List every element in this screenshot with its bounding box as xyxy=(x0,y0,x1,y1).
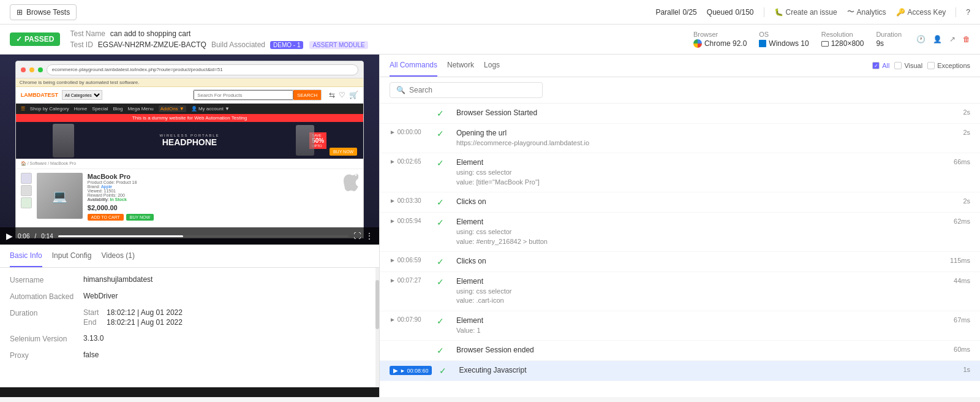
end-label: End xyxy=(83,318,102,327)
filter-visual[interactable]: Visual xyxy=(894,62,922,69)
product-thumbnails xyxy=(21,173,32,221)
cmd-content: Clicks on xyxy=(456,197,938,207)
current-time: 0:06 xyxy=(18,233,29,240)
test-meta: Test Name can add to shopping cart Test … xyxy=(70,29,368,49)
fullscreen-button[interactable]: ⛶ xyxy=(353,232,361,240)
commands-search: 🔍 xyxy=(380,77,980,104)
cmd-check-icon: ✓ xyxy=(437,218,449,227)
monitor-icon xyxy=(821,41,829,47)
command-row: ► 00:07:90 ✓ Element Value: 1 67ms xyxy=(380,311,980,341)
header-actions: 🕐 👤 ↗ 🗑 xyxy=(916,35,970,44)
search-input[interactable] xyxy=(194,90,293,100)
filter-visual-label: Visual xyxy=(904,62,922,69)
delete-icon[interactable]: 🗑 xyxy=(963,35,970,44)
filter-all-checkbox: ✓ xyxy=(872,62,880,69)
access-key-action[interactable]: 🔑 Access Key xyxy=(896,8,946,17)
automation-label: Automation Backed xyxy=(10,292,83,301)
check-icon: ✓ xyxy=(16,35,22,44)
search-bar: SEARCH xyxy=(193,89,322,100)
proxy-value: false xyxy=(83,351,99,359)
search-button[interactable]: SEARCH xyxy=(293,90,321,100)
cmd-content: Opening the url https://ecommerce-playgr… xyxy=(456,129,938,148)
scrollbar-track[interactable] xyxy=(375,268,379,387)
share-icon[interactable]: ↗ xyxy=(949,35,956,44)
filter-all[interactable]: ✓ All xyxy=(872,62,889,69)
compare-icon[interactable]: ⇆ xyxy=(329,91,335,99)
command-row: ► 00:03:30 ✓ Clicks on 2s xyxy=(380,192,980,213)
cmd-sub: using: css selector value: #entry_216842… xyxy=(456,227,938,246)
nav-blog[interactable]: Blog xyxy=(113,106,123,112)
progress-bar[interactable] xyxy=(58,235,349,237)
filter-exceptions-checkbox xyxy=(927,62,935,69)
cmd-check-icon: ✓ xyxy=(437,316,449,326)
tab-videos[interactable]: Videos (1) xyxy=(101,245,134,267)
cmd-timestamp[interactable]: ► 00:05:94 xyxy=(390,218,429,224)
tab-logs[interactable]: Logs xyxy=(484,55,500,77)
thumb-3[interactable] xyxy=(21,197,32,208)
duration-row: Duration Start 18:02:12 | Aug 01 2022 En… xyxy=(10,308,369,327)
nav-addons[interactable]: AddOns ▼ xyxy=(159,105,186,112)
browse-tests-button[interactable]: ⊞ Browse Tests xyxy=(10,4,77,20)
time-separator: / xyxy=(34,233,36,240)
tab-input-config[interactable]: Input Config xyxy=(52,245,92,267)
product-reward: Reward Points: 200 xyxy=(88,193,338,197)
cmd-timestamp[interactable]: ► 00:00:00 xyxy=(390,129,429,135)
cart-icon[interactable]: 🛒 xyxy=(349,91,358,99)
nav-category[interactable]: Shop by Category xyxy=(30,106,69,112)
commands-search-input[interactable] xyxy=(409,86,536,94)
proxy-label: Proxy xyxy=(10,351,83,360)
play-button[interactable]: ▶ xyxy=(6,231,13,241)
cmd-timestamp[interactable]: ► 00:02:65 xyxy=(390,158,429,165)
test-id-label: Test ID xyxy=(70,40,92,49)
clock-icon[interactable]: 🕐 xyxy=(916,35,925,44)
buy-now-button[interactable]: BUY NOW xyxy=(126,214,154,221)
command-row-active: ▶ ► 00:08:60 ✓ Executing Javascript 1s xyxy=(380,361,980,381)
active-timestamp[interactable]: ▶ ► 00:08:60 xyxy=(390,366,432,375)
cmd-duration: 67ms xyxy=(946,316,970,324)
filter-exceptions-label: Exceptions xyxy=(937,62,970,69)
cmd-timestamp[interactable]: ► 00:07:90 xyxy=(390,316,429,323)
create-issue-action[interactable]: 🐛 Create an issue xyxy=(774,8,837,17)
add-to-cart-button[interactable]: ADD TO CART xyxy=(88,214,124,221)
cmd-check-icon: ✓ xyxy=(437,108,449,118)
filter-exceptions[interactable]: Exceptions xyxy=(927,62,970,69)
cmd-title: Element xyxy=(456,158,938,167)
tab-all-commands[interactable]: All Commands xyxy=(390,55,437,77)
queued-value: 0/150 xyxy=(736,8,754,17)
cmd-timestamp[interactable]: ► 00:07:27 xyxy=(390,277,429,284)
tab-basic-info[interactable]: Basic Info xyxy=(10,245,42,267)
brand-link[interactable]: Apple xyxy=(101,184,112,189)
hero-model2 xyxy=(296,122,314,159)
more-options-button[interactable]: ⋮ xyxy=(366,232,373,240)
category-dropdown[interactable]: All Categories xyxy=(62,90,102,100)
grid-icon: ⊞ xyxy=(17,8,23,17)
nav-mega[interactable]: Mega Menu xyxy=(127,106,153,112)
test-header: ✓ PASSED Test Name can add to shopping c… xyxy=(0,25,980,55)
filter-visual-checkbox xyxy=(894,62,902,69)
cmd-timestamp[interactable]: ► 00:03:30 xyxy=(390,197,429,204)
parallel-label: Parallel xyxy=(655,8,680,17)
cmd-title: Executing Javascript xyxy=(459,366,938,374)
hero-model xyxy=(53,122,74,159)
nav-special[interactable]: Special xyxy=(92,106,108,112)
cmd-check-icon: ✓ xyxy=(437,257,449,267)
duration-label: Duration xyxy=(876,31,902,38)
scrollbar-thumb[interactable] xyxy=(375,280,379,329)
analytics-action[interactable]: 〜 Analytics xyxy=(847,7,886,17)
duration-text: 9s xyxy=(876,39,884,48)
cmd-timestamp[interactable]: ► 00:06:59 xyxy=(390,257,429,264)
user-icon[interactable]: 👤 xyxy=(933,35,942,44)
hero-buy-btn[interactable]: BUY NOW xyxy=(330,148,357,156)
duration-info: Duration 9s xyxy=(876,31,902,48)
nav-home[interactable]: Home xyxy=(74,106,87,112)
laptop-icon: 💻 xyxy=(52,189,67,203)
help-action[interactable]: ? xyxy=(966,8,970,17)
cmd-title: Browser Session Started xyxy=(456,108,938,117)
thumb-2[interactable] xyxy=(21,185,32,196)
wishlist-icon[interactable]: ♡ xyxy=(339,91,345,99)
browser-text: Chrome 92.0 xyxy=(704,39,747,48)
thumb-1[interactable] xyxy=(21,173,32,184)
tab-network[interactable]: Network xyxy=(447,55,474,77)
nav-account[interactable]: 👤 My account ▼ xyxy=(191,106,230,112)
browser-info: Browser Chrome 92.0 xyxy=(693,31,747,48)
